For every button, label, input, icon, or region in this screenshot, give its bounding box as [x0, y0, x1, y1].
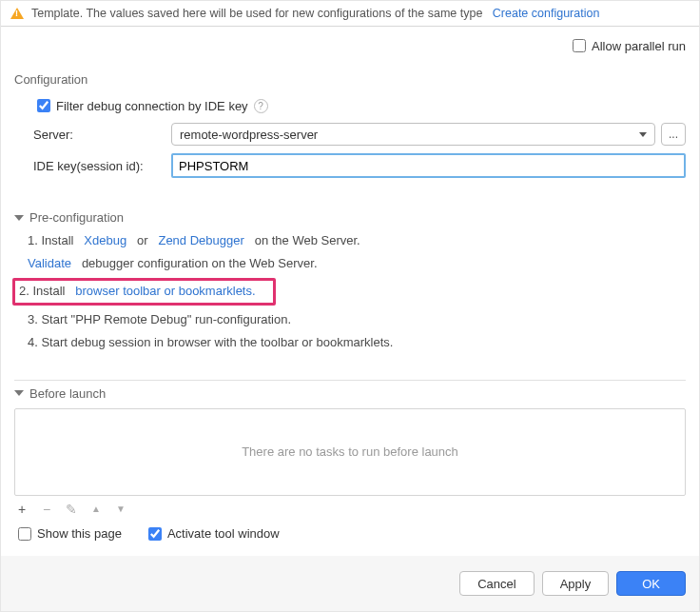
template-banner: Template. The values saved here will be …	[1, 1, 699, 27]
preconfig-step-4: 4. Start debug session in browser with t…	[28, 334, 686, 351]
run-config-dialog: Template. The values saved here will be …	[0, 0, 700, 612]
allow-parallel-run-checkbox[interactable]: Allow parallel run	[569, 36, 686, 55]
show-this-page-input[interactable]	[18, 527, 31, 541]
add-task-button[interactable]: +	[14, 502, 29, 517]
activate-tool-window-checkbox[interactable]: Activate tool window	[145, 524, 280, 543]
options-row: Show this page Activate tool window	[14, 519, 686, 551]
preconfiguration-section: Pre-configuration 1. Install Xdebug or Z…	[1, 201, 699, 361]
filter-debug-checkbox[interactable]: Filter debug connection by IDE key	[33, 96, 248, 115]
server-value: remote-wordpress-server	[180, 128, 318, 142]
allow-parallel-run-label: Allow parallel run	[592, 39, 686, 53]
separator	[14, 380, 686, 381]
create-configuration-link[interactable]: Create configuration	[493, 7, 600, 20]
filter-row: Filter debug connection by IDE key ?	[33, 96, 686, 115]
configuration-title: Configuration	[14, 72, 686, 87]
zend-debugger-link[interactable]: Zend Debugger	[158, 233, 243, 247]
before-launch-empty: There are no tasks to run before launch	[242, 444, 458, 459]
server-label: Server:	[33, 128, 171, 142]
parallel-run-row: Allow parallel run	[1, 27, 699, 65]
before-launch-tasks: There are no tasks to run before launch	[14, 408, 686, 496]
apply-button[interactable]: Apply	[542, 571, 610, 596]
chevron-down-icon	[14, 390, 24, 396]
xdebug-link[interactable]: Xdebug	[84, 233, 126, 247]
ide-key-input[interactable]	[171, 153, 686, 178]
server-browse-button[interactable]: ...	[661, 123, 686, 146]
validate-link[interactable]: Validate	[28, 256, 71, 270]
filter-debug-input[interactable]	[37, 99, 50, 112]
before-launch-section: Before launch There are no tasks to run …	[1, 361, 699, 555]
chevron-down-icon	[14, 215, 24, 221]
preconfig-step-2: 2. Install browser toolbar or bookmarkle…	[28, 278, 686, 305]
before-launch-header[interactable]: Before launch	[14, 386, 686, 401]
warning-icon	[10, 8, 24, 19]
filter-debug-label: Filter debug connection by IDE key	[56, 99, 248, 113]
preconfiguration-list: 1. Install Xdebug or Zend Debugger on th…	[28, 232, 686, 351]
help-icon[interactable]: ?	[254, 99, 268, 113]
preconfig-step-3: 3. Start "PHP Remote Debug" run-configur…	[28, 311, 686, 328]
preconfig-validate: Validate debugger configuration on the W…	[28, 255, 686, 272]
activate-tool-window-input[interactable]	[148, 527, 162, 541]
ide-key-row: IDE key(session id):	[33, 153, 686, 178]
preconfiguration-header[interactable]: Pre-configuration	[14, 210, 686, 225]
highlight-box: 2. Install browser toolbar or bookmarkle…	[12, 278, 276, 305]
allow-parallel-run-input[interactable]	[573, 39, 586, 52]
ide-key-label: IDE key(session id):	[33, 159, 171, 173]
edit-task-button[interactable]: ✎	[64, 502, 79, 517]
server-row: Server: remote-wordpress-server ...	[33, 123, 686, 146]
cancel-button[interactable]: Cancel	[459, 571, 534, 596]
dialog-footer: Cancel Apply OK	[1, 556, 699, 611]
before-launch-toolbar: + − ✎ ▲ ▼	[14, 496, 686, 519]
template-text: Template. The values saved here will be …	[31, 7, 690, 20]
preconfig-step-1: 1. Install Xdebug or Zend Debugger on th…	[28, 232, 686, 249]
move-down-button[interactable]: ▼	[113, 502, 128, 517]
configuration-section: Configuration Filter debug connection by…	[1, 65, 699, 201]
ok-button[interactable]: OK	[616, 571, 686, 596]
server-select[interactable]: remote-wordpress-server	[171, 123, 655, 146]
move-up-button[interactable]: ▲	[88, 502, 104, 517]
bookmarklets-link[interactable]: browser toolbar or bookmarklets.	[75, 284, 255, 298]
remove-task-button[interactable]: −	[39, 502, 54, 517]
show-this-page-checkbox[interactable]: Show this page	[14, 524, 122, 543]
